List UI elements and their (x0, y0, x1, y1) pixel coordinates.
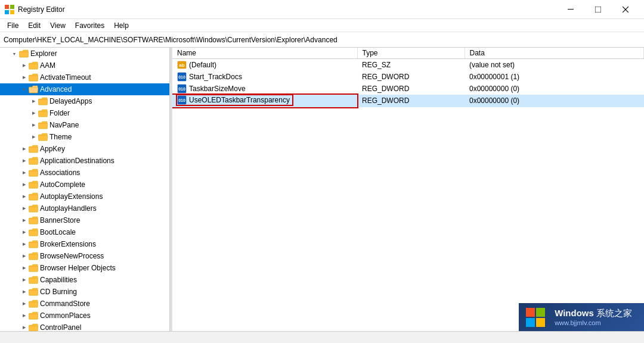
reg-type-useoledtaskbartransparency: REG_DWORD (357, 95, 465, 107)
reg-name-text-default: (Default) (189, 61, 216, 69)
tree-item-autocomplete[interactable]: AutoComplete (0, 179, 169, 191)
watermark-brand: Windows 系统之家 (555, 308, 632, 319)
tree-item-bootlocale[interactable]: BootLocale (0, 226, 169, 238)
expander-browsenewprocess (19, 251, 29, 261)
registry-table: Name Type Data ab (Default)REG_SZ(value … (172, 48, 644, 107)
folder-icon-theme (38, 132, 48, 142)
tree-item-appkey[interactable]: AppKey (0, 143, 169, 155)
tree-item-delayedapps[interactable]: DelayedApps (0, 95, 169, 107)
reg-data-taskbarsizemove: 0x00000000 (0) (465, 83, 644, 95)
col-name[interactable]: Name (172, 48, 357, 59)
folder-icon-bannerstore (29, 216, 38, 225)
reg-name-useoledtaskbartransparency: 010 UseOLEDTaskbarTransparency (172, 95, 357, 107)
folder-icon-advanced (29, 85, 38, 94)
folder-icon-explorer (19, 49, 29, 58)
svg-rect-16 (526, 308, 535, 317)
tree-label-navpane: NavPane (49, 119, 79, 131)
menu-favorites[interactable]: Favorites (70, 20, 109, 31)
tree-label-delayedapps: DelayedApps (49, 95, 92, 107)
svg-rect-0 (5, 5, 9, 9)
reg-name-default: ab (Default) (172, 59, 357, 71)
folder-icon-browsenewprocess (29, 251, 38, 261)
tree-item-bannerstore[interactable]: BannerStore (0, 214, 169, 226)
tree-item-advanced[interactable]: Advanced (0, 83, 169, 95)
tree-label-associations: Associations (40, 167, 80, 179)
col-data[interactable]: Data (465, 48, 644, 59)
col-type[interactable]: Type (357, 48, 465, 59)
menu-help[interactable]: Help (109, 20, 134, 31)
folder-icon-bootlocale (29, 227, 38, 237)
tree-item-folder[interactable]: Folder (0, 107, 169, 119)
expander-commonplaces (19, 311, 29, 320)
tree-item-controlpanel[interactable]: ControlPanel (0, 322, 169, 331)
svg-text:ab: ab (179, 63, 184, 68)
expander-capabilities (19, 275, 29, 285)
reg-name-text-useoledtaskbartransparency: UseOLEDTaskbarTransparency (189, 96, 290, 104)
folder-icon-cdburning (29, 287, 38, 297)
tree-label-autoplayhandlers: AutoplayHandlers (40, 202, 97, 214)
expander-explorer (10, 49, 19, 58)
expander-autocomplete (19, 180, 29, 189)
reg-name-taskbarsizemove: 010 TaskbarSizeMove (172, 83, 357, 95)
expander-cdburning (19, 287, 29, 297)
svg-rect-1 (10, 5, 14, 9)
folder-icon-delayedapps (38, 96, 48, 106)
watermark: Windows 系统之家 www.bjjmlv.com (519, 303, 644, 331)
maximize-button[interactable] (584, 0, 612, 19)
tree-item-aam[interactable]: AAM (0, 60, 169, 71)
address-bar: Computer\HKEY_LOCAL_MACHINE\SOFTWARE\Mic… (0, 32, 644, 48)
address-path[interactable]: Computer\HKEY_LOCAL_MACHINE\SOFTWARE\Mic… (4, 36, 338, 44)
tree-label-controlpanel: ControlPanel (40, 322, 81, 331)
tree-label-applicationdestinations: ApplicationDestinations (40, 155, 114, 167)
tree-item-commandstore[interactable]: CommandStore (0, 298, 169, 310)
menu-file[interactable]: File (2, 20, 23, 31)
reg-data-starttrackedocs: 0x00000001 (1) (465, 71, 644, 83)
watermark-site: www.bjjmlv.com (555, 319, 632, 326)
tree-label-activatetimeout: ActivateTimeout (40, 71, 91, 83)
tree-item-explorer[interactable]: Explorer (0, 48, 169, 60)
svg-rect-17 (536, 308, 545, 317)
svg-text:010: 010 (178, 98, 185, 102)
expander-applicationdestinations (19, 156, 29, 166)
menu-view[interactable]: View (45, 20, 70, 31)
expander-associations (19, 168, 29, 177)
reg-row-default[interactable]: ab (Default)REG_SZ(value not set) (172, 59, 644, 71)
expander-autoplayextensions (19, 192, 29, 201)
reg-row-starttrackedocs[interactable]: 010 Start_TrackDocsREG_DWORD0x00000001 (… (172, 71, 644, 83)
folder-icon-appkey (29, 144, 38, 154)
tree-item-capabilities[interactable]: Capabilities (0, 274, 169, 286)
expander-bootlocale (19, 227, 29, 237)
tree-item-browserhelperobjects[interactable]: Browser Helper Objects (0, 262, 169, 274)
tree-label-commonplaces: CommonPlaces (40, 310, 91, 322)
tree-item-navpane[interactable]: NavPane (0, 119, 169, 131)
tree-item-autoplayextensions[interactable]: AutoplayExtensions (0, 191, 169, 202)
reg-row-taskbarsizemove[interactable]: 010 TaskbarSizeMoveREG_DWORD0x00000000 (… (172, 83, 644, 95)
tree-label-aam: AAM (40, 60, 55, 71)
folder-icon-commandstore (29, 299, 38, 308)
tree-pane: Explorer AAM ActivateTimeout Advanced De… (0, 48, 170, 331)
folder-icon-folder (38, 108, 48, 118)
tree-item-theme[interactable]: Theme (0, 131, 169, 143)
tree-label-brokerextensions: BrokerExtensions (40, 238, 96, 250)
tree-item-applicationdestinations[interactable]: ApplicationDestinations (0, 155, 169, 167)
svg-text:010: 010 (178, 75, 185, 79)
tree-label-folder: Folder (49, 107, 70, 119)
tree-item-browsenewprocess[interactable]: BrowseNewProcess (0, 250, 169, 262)
svg-rect-2 (5, 10, 9, 14)
tree-label-browsenewprocess: BrowseNewProcess (40, 250, 104, 262)
expander-controlpanel (19, 323, 29, 331)
tree-item-associations[interactable]: Associations (0, 167, 169, 179)
tree-item-brokerextensions[interactable]: BrokerExtensions (0, 238, 169, 250)
menu-edit[interactable]: Edit (23, 20, 45, 31)
minimize-button[interactable] (557, 0, 584, 19)
tree-item-autoplayhandlers[interactable]: AutoplayHandlers (0, 202, 169, 214)
close-button[interactable] (612, 0, 639, 19)
tree-item-activatetimeout[interactable]: ActivateTimeout (0, 71, 169, 83)
reg-name-text-starttrackedocs: Start_TrackDocs (189, 73, 242, 81)
window-controls (557, 0, 639, 19)
reg-row-useoledtaskbartransparency[interactable]: 010 UseOLEDTaskbarTransparencyREG_DWORD0… (172, 95, 644, 107)
tree-item-commonplaces[interactable]: CommonPlaces (0, 310, 169, 322)
tree-item-cdburning[interactable]: CD Burning (0, 286, 169, 298)
reg-type-default: REG_SZ (357, 59, 465, 71)
reg-name-text-taskbarsizemove: TaskbarSizeMove (189, 85, 246, 93)
